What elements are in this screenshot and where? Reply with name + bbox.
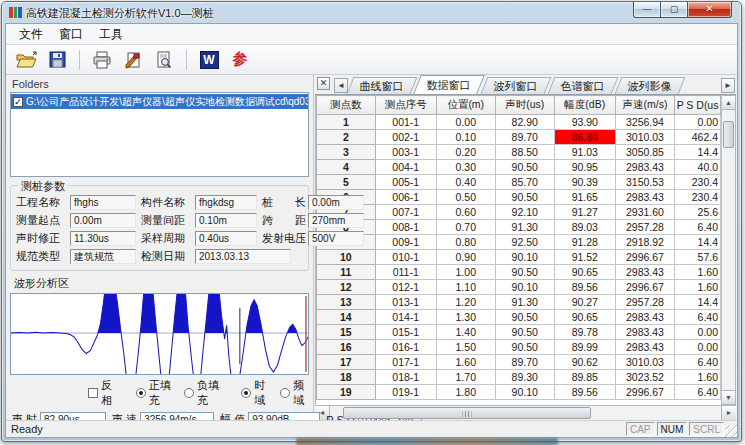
time-domain-label: 时域 xyxy=(254,378,271,408)
waveform-chart[interactable] xyxy=(10,293,309,375)
table-row[interactable]: 2002-10.1089.7086.803010.03462.4 xyxy=(317,130,721,145)
checkbox-checked-icon[interactable]: ✓ xyxy=(13,97,23,107)
menu-file[interactable]: 文件 xyxy=(11,24,51,45)
folders-list[interactable]: ✓ G:\公司产品设计开发\超声仪器\超声仪实地检测数据调试cd\qd03\qd… xyxy=(10,92,309,177)
open-button[interactable] xyxy=(14,48,38,72)
invert-checkbox[interactable]: 反相 xyxy=(88,378,118,408)
title-bar[interactable]: 高铁建混凝土检测分析软件V1.0—测桩 — ▢ ✕ xyxy=(2,2,741,23)
tab-4[interactable]: 色谱窗口 xyxy=(548,77,619,94)
param-value-field[interactable]: 0.10m xyxy=(195,213,257,228)
column-header[interactable]: 测点序号 xyxy=(375,96,436,115)
table-row[interactable]: 6006-10.5090.5091.652983.43230.4 xyxy=(317,190,721,205)
param-label: 跨 距 xyxy=(262,213,308,228)
parameters-button[interactable]: 参 xyxy=(228,48,252,72)
invert-label: 反相 xyxy=(101,378,118,408)
checkbox-icon xyxy=(88,388,98,398)
keyboard-state-indicators: CAP NUM SCRL xyxy=(626,422,724,436)
table-row[interactable]: 5005-10.4085.7090.393150.53230.4 xyxy=(317,175,721,190)
scroll-down-icon[interactable]: ▼ xyxy=(722,390,735,404)
print-setup-button[interactable] xyxy=(121,48,145,72)
param-value-field[interactable]: 270mm xyxy=(308,213,364,228)
radio-selected-icon xyxy=(241,388,251,398)
column-header[interactable]: 幅度(dB) xyxy=(554,96,615,115)
scroll-lock-indicator: SCRL xyxy=(689,422,724,436)
print-preview-button[interactable] xyxy=(152,48,176,72)
column-header[interactable]: 声速(m/s) xyxy=(615,96,674,115)
table-row[interactable]: 16016-11.5090.5089.992983.430.00 xyxy=(317,340,721,355)
table-row[interactable]: 1001-10.0082.9093.903256.940.00 xyxy=(317,115,721,130)
table-row[interactable]: 10010-10.9090.1091.522996.6757.6 xyxy=(317,250,721,265)
param-value-field[interactable]: 500V xyxy=(308,231,364,246)
table-row[interactable]: 8008-10.7091.3089.032957.286.40 xyxy=(317,220,721,235)
vertical-scrollbar[interactable]: ▲ ▼ xyxy=(721,95,736,405)
param-value-field[interactable]: 0.00m xyxy=(70,213,136,228)
tab-5[interactable]: 波列影像 xyxy=(615,77,686,94)
tab-scroll-left-icon[interactable]: ◄ xyxy=(334,78,348,93)
tab-2[interactable]: 数据窗口 xyxy=(413,75,485,94)
table-row[interactable]: 14014-11.3090.5090.652983.436.40 xyxy=(317,310,721,325)
vertical-scroll-thumb[interactable] xyxy=(723,121,734,148)
table-row[interactable]: 15015-11.4090.5089.782983.430.00 xyxy=(317,325,721,340)
param-value-field[interactable]: 2013.03.13 xyxy=(195,249,291,264)
menu-tools[interactable]: 工具 xyxy=(91,24,131,45)
minimize-button[interactable]: — xyxy=(633,2,661,18)
time-domain-radio[interactable]: 时域 xyxy=(241,378,271,408)
positive-fill-radio[interactable]: 正填充 xyxy=(136,378,175,408)
word-export-button[interactable]: W xyxy=(197,48,221,72)
radio-icon xyxy=(184,388,194,398)
param-label: 构件名称 xyxy=(141,195,195,210)
open-folder-icon xyxy=(16,51,37,69)
column-header[interactable]: 测点数 xyxy=(317,96,376,115)
folder-item-selected[interactable]: ✓ G:\公司产品设计开发\超声仪器\超声仪实地检测数据调试cd\qd03\qd… xyxy=(11,94,308,109)
param-value-field[interactable]: fhghs xyxy=(70,195,136,210)
param-value-field[interactable]: 0.00m xyxy=(308,195,364,210)
freq-domain-label: 频域 xyxy=(293,378,310,408)
tab-3[interactable]: 波列窗口 xyxy=(481,77,552,94)
table-row[interactable]: 13013-11.2091.3090.272957.2814.4 xyxy=(317,295,721,310)
tab-scroll-right-icon[interactable]: ► xyxy=(721,78,735,93)
table-row[interactable]: 7007-10.6092.1091.272931.6025.6 xyxy=(317,205,721,220)
toolbar: W 参 xyxy=(6,45,737,75)
table-row[interactable]: 12012-11.1090.1089.562996.671.60 xyxy=(317,280,721,295)
menu-window[interactable]: 窗口 xyxy=(51,24,91,45)
param-value-field[interactable]: 建筑规范 xyxy=(70,249,136,264)
waveform-svg xyxy=(11,294,308,374)
client-area: 文件 窗口 工具 xyxy=(5,23,738,438)
table-row[interactable]: 9009-10.8092.5091.282918.9214.4 xyxy=(317,235,721,250)
positive-fill-label: 正填充 xyxy=(149,378,175,408)
scroll-right-icon[interactable]: ► xyxy=(721,406,736,420)
resize-grip[interactable] xyxy=(725,425,737,437)
horizontal-scrollbar[interactable]: ◄ ► xyxy=(315,405,736,420)
waveform-line-path xyxy=(11,294,308,374)
column-header[interactable]: 声时(us) xyxy=(495,96,554,115)
maximize-button[interactable]: ▢ xyxy=(661,2,688,18)
param-label: 桩 长 xyxy=(262,195,308,210)
caps-lock-indicator: CAP xyxy=(626,422,655,436)
horizontal-scroll-thumb[interactable] xyxy=(343,407,591,419)
save-button[interactable] xyxy=(45,48,69,72)
param-label: 测量起点 xyxy=(16,213,70,228)
param-value-field[interactable]: 11.30us xyxy=(70,231,136,246)
param-label: 测量间距 xyxy=(141,213,195,228)
status-bar: Ready CAP NUM SCRL xyxy=(6,420,737,437)
freq-domain-radio[interactable]: 频域 xyxy=(280,378,310,408)
param-value-field[interactable]: fhgkdsg xyxy=(195,195,257,210)
num-lock-indicator: NUM xyxy=(657,422,688,436)
print-setup-icon xyxy=(124,51,142,69)
panel-close-button[interactable]: ✕ xyxy=(317,77,330,90)
table-row[interactable]: 17017-11.6089.7090.623010.036.40 xyxy=(317,355,721,370)
print-button[interactable] xyxy=(90,48,114,72)
table-row[interactable]: 3003-10.2088.5091.033050.8514.4 xyxy=(317,145,721,160)
negative-fill-radio[interactable]: 负填充 xyxy=(184,378,223,408)
param-value-field[interactable]: 0.40us xyxy=(195,231,257,246)
scroll-up-icon[interactable]: ▲ xyxy=(722,96,735,110)
tab-1[interactable]: 曲线窗口 xyxy=(347,77,418,94)
column-header[interactable]: 位置(m) xyxy=(436,96,495,115)
table-row[interactable]: 4004-10.3090.5090.952983.4340.0 xyxy=(317,160,721,175)
close-button[interactable]: ✕ xyxy=(688,2,732,18)
radio-selected-icon xyxy=(136,388,146,398)
column-header[interactable]: P S D(us xyxy=(675,96,721,115)
table-row[interactable]: 11011-11.0090.5090.652983.431.60 xyxy=(317,265,721,280)
table-row[interactable]: 19019-11.8090.1089.562996.676.40 xyxy=(317,385,721,400)
table-row[interactable]: 18018-11.7089.3089.853023.521.60 xyxy=(317,370,721,385)
